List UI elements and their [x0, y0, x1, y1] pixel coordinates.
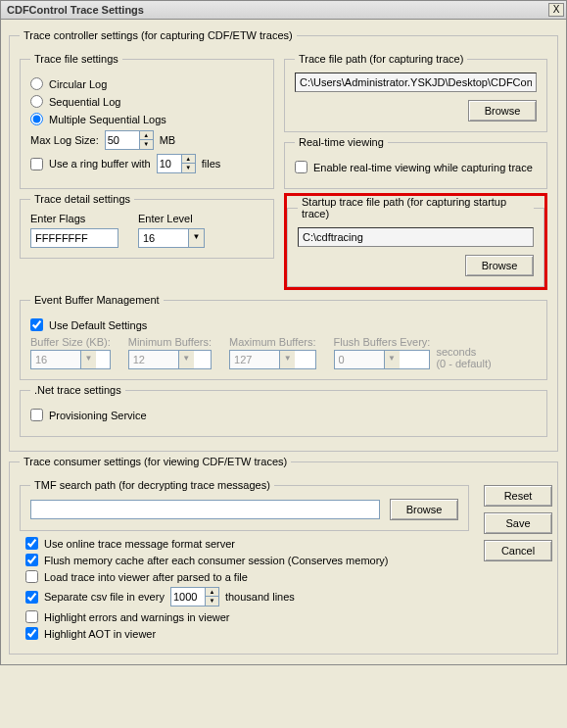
startup-browse-button[interactable]: Browse — [465, 255, 534, 276]
tmf-browse-button[interactable]: Browse — [390, 499, 458, 520]
opt-load-trace[interactable]: Load trace into viewer after parsed to a… — [25, 570, 469, 583]
startup-legend: Startup trace file path (for capturing s… — [298, 196, 534, 219]
buf-flush-combo: ▼ — [334, 350, 431, 369]
consumer-legend: Trace consumer settings (for viewing CDF… — [20, 456, 291, 467]
controller-legend: Trace controller settings (for capturing… — [20, 29, 297, 41]
tmf-input[interactable] — [30, 500, 380, 519]
path-browse-button[interactable]: Browse — [468, 100, 537, 121]
buf-flush-label: Flush Buffers Every: — [334, 336, 431, 348]
radio-circular[interactable]: Circular Log — [30, 77, 263, 90]
buf-max-combo: ▼ — [229, 350, 315, 369]
opt-csv-checkbox[interactable] — [25, 591, 38, 604]
buf-min-input — [129, 351, 178, 368]
path-input[interactable] — [295, 73, 537, 92]
radio-multiple-input[interactable] — [30, 113, 43, 125]
buffer-group: Event Buffer Management Use Default Sett… — [20, 294, 547, 380]
window-body: Trace controller settings (for capturing… — [0, 20, 567, 665]
close-icon[interactable]: X — [548, 3, 564, 17]
buf-max-label: Maximum Buffers: — [229, 336, 315, 348]
buf-size-label: Buffer Size (KB): — [30, 336, 111, 348]
buf-flush-input — [335, 351, 384, 368]
action-buttons: Reset Save Cancel — [484, 485, 552, 561]
opt-aot-checkbox[interactable] — [25, 627, 38, 640]
level-label: Enter Level — [138, 213, 205, 224]
spin-up-icon[interactable]: ▲ — [139, 131, 153, 140]
radio-sequential-input[interactable] — [30, 95, 43, 108]
opt-online-server[interactable]: Use online trace message format server — [25, 537, 469, 550]
ring-files-spinner[interactable]: ▲▼ — [157, 154, 196, 173]
spin-down-icon[interactable]: ▼ — [181, 164, 195, 172]
use-default-check[interactable]: Use Default Settings — [30, 318, 537, 331]
startup-highlight: Startup trace file path (for capturing s… — [284, 193, 547, 290]
cancel-button[interactable]: Cancel — [484, 540, 552, 561]
buf-min-label: Minimum Buffers: — [128, 336, 212, 348]
tmf-legend: TMF search path (for decrypting trace me… — [30, 479, 274, 491]
opt-highlight-aot[interactable]: Highlight AOT in viewer — [25, 627, 469, 640]
flags-input[interactable] — [30, 228, 118, 248]
buf-max-input — [230, 351, 279, 368]
reset-button[interactable]: Reset — [484, 485, 552, 507]
use-default-checkbox[interactable] — [30, 318, 43, 331]
path-legend: Trace file path (for capturing trace) — [295, 53, 467, 65]
consumer-group: Trace consumer settings (for viewing CDF… — [9, 456, 558, 655]
opt-flush-checkbox[interactable] — [25, 554, 38, 566]
realtime-group: Real-time viewing Enable real-time viewi… — [284, 136, 547, 189]
chevron-down-icon: ▼ — [80, 351, 96, 368]
chevron-down-icon: ▼ — [384, 351, 400, 368]
buf-flush-unit: seconds (0 - default) — [436, 346, 491, 369]
opt-highlight-errors[interactable]: Highlight errors and warnings in viewer — [25, 610, 469, 623]
ring-files-input[interactable] — [158, 155, 181, 172]
provisioning-checkbox[interactable] — [30, 409, 43, 421]
chevron-down-icon: ▼ — [279, 351, 295, 368]
opt-load-checkbox[interactable] — [25, 570, 38, 583]
save-button[interactable]: Save — [484, 512, 552, 534]
max-log-unit: MB — [160, 134, 176, 146]
buf-size-combo: ▼ — [30, 350, 111, 369]
spin-up-icon[interactable]: ▲ — [181, 155, 195, 164]
window-title: CDFControl Trace Settings — [7, 4, 548, 16]
detail-legend: Trace detail settings — [30, 193, 134, 205]
trace-file-group: Trace file settings Circular Log Sequent… — [20, 53, 274, 189]
csv-lines-input[interactable] — [171, 588, 205, 606]
opt-online-checkbox[interactable] — [25, 537, 38, 550]
startup-group: Startup trace file path (for capturing s… — [287, 196, 544, 287]
provisioning-check[interactable]: Provisioning Service — [30, 409, 537, 421]
spin-down-icon[interactable]: ▼ — [205, 597, 218, 606]
chevron-down-icon: ▼ — [178, 351, 194, 368]
flags-label: Enter Flags — [30, 213, 118, 224]
radio-circular-input[interactable] — [30, 77, 43, 90]
trace-file-legend: Trace file settings — [30, 53, 122, 65]
buffer-legend: Event Buffer Management — [30, 294, 164, 306]
detail-group: Trace detail settings Enter Flags Enter … — [20, 193, 274, 259]
spin-up-icon[interactable]: ▲ — [205, 588, 218, 597]
net-legend: .Net trace settings — [30, 384, 125, 396]
csv-lines-spinner[interactable]: ▲▼ — [170, 587, 219, 607]
level-input[interactable] — [139, 229, 188, 247]
opt-errors-checkbox[interactable] — [25, 610, 38, 623]
realtime-legend: Real-time viewing — [295, 136, 388, 148]
max-log-label: Max Log Size: — [30, 134, 99, 146]
net-group: .Net trace settings Provisioning Service — [20, 384, 547, 437]
radio-multiple[interactable]: Multiple Sequential Logs — [30, 113, 263, 125]
opt-flush-cache[interactable]: Flush memory cache after each consumer s… — [25, 554, 469, 566]
realtime-checkbox[interactable] — [295, 161, 307, 173]
buf-min-combo: ▼ — [128, 350, 212, 369]
realtime-check[interactable]: Enable real-time viewing while capturing… — [295, 161, 537, 173]
buf-size-input — [31, 351, 80, 368]
ring-buffer-check[interactable]: Use a ring buffer with ▲▼ files — [30, 154, 263, 173]
ring-buffer-checkbox[interactable] — [30, 158, 43, 170]
max-log-input[interactable] — [106, 131, 139, 149]
level-combo[interactable]: ▼ — [138, 228, 205, 248]
title-bar: CDFControl Trace Settings X — [0, 0, 567, 20]
spin-down-icon[interactable]: ▼ — [139, 140, 153, 149]
max-log-spinner[interactable]: ▲▼ — [105, 130, 154, 150]
radio-sequential[interactable]: Sequential Log — [30, 95, 263, 108]
startup-input[interactable] — [298, 227, 534, 247]
controller-group: Trace controller settings (for capturing… — [9, 29, 558, 452]
chevron-down-icon[interactable]: ▼ — [188, 229, 204, 247]
tmf-group: TMF search path (for decrypting trace me… — [20, 479, 469, 531]
opt-separate-csv[interactable]: Separate csv file in every ▲▼ thousand l… — [25, 587, 469, 607]
path-group: Trace file path (for capturing trace) Br… — [284, 53, 547, 132]
